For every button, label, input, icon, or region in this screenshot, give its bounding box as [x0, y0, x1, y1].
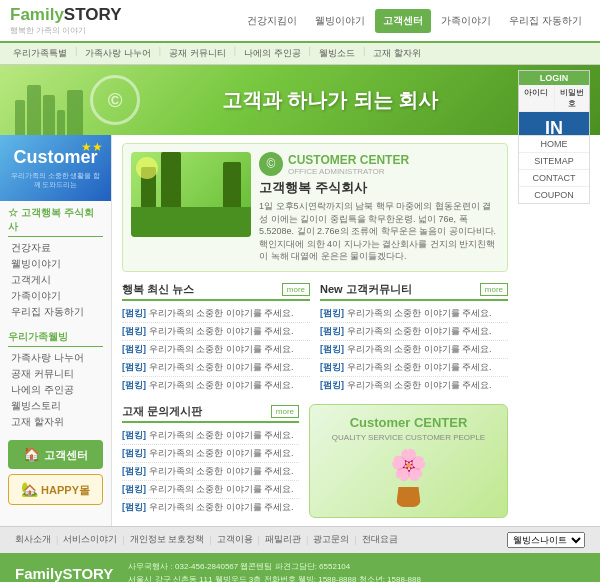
- board-item-4: [펌킹] 우리가족의 소중한 이야기를 주세요.: [122, 499, 299, 516]
- board-item-0: [펌킹] 우리가족의 소중한 이야기를 주세요.: [122, 427, 299, 445]
- board-more-btn[interactable]: more: [271, 405, 299, 418]
- flower-decoration: 🌸: [320, 447, 497, 482]
- sidebar-item-s1-3[interactable]: 가족이야기: [8, 288, 103, 304]
- subnav-item-0[interactable]: 우리가족특별: [10, 46, 70, 61]
- subnav-item-1[interactable]: 가족사랑 나누어: [82, 46, 154, 61]
- flower-pot: [396, 487, 421, 507]
- sidebar-section2: 우리가족웰빙 가족사랑 나누어 공재 커뮤니티 나에의 주인공 웰빙스토리 고재…: [0, 325, 111, 435]
- right-nav-contact[interactable]: CONTACT: [519, 170, 589, 187]
- banner: © 고객과 하나가 되는 회사 LOGIN 아이디 비밀번호 IN: [0, 65, 600, 135]
- footer-link-6[interactable]: 전대요금: [362, 533, 398, 546]
- footer-info: 사무국행사 : 032-456-2840567 웹콘텐팀 파견그담단: 6552…: [128, 561, 421, 582]
- banner-decoration: [15, 85, 83, 135]
- logo[interactable]: FamilySTORY 행복한 가족의 이야기: [10, 5, 121, 36]
- footer-link-3[interactable]: 고객이용: [217, 533, 253, 546]
- sidebar-star: ★★: [81, 140, 103, 154]
- sidebar-item-s2-3[interactable]: 웰빙스토리: [8, 398, 103, 414]
- sidebar-item-s2-0[interactable]: 가족사랑 나누어: [8, 350, 103, 366]
- footer-link-2[interactable]: 개인정보 보호정책: [130, 533, 205, 546]
- sidebar-item-s1-2[interactable]: 고객게시: [8, 272, 103, 288]
- right-nav-coupon[interactable]: COUPON: [519, 187, 589, 203]
- news-item-4: [펌킹] 우리가족의 소중한 이야기를 주세요.: [122, 377, 310, 394]
- news-more-btn[interactable]: more: [282, 283, 310, 296]
- banner-text: 고객과 하나가 되는 회사: [222, 87, 439, 114]
- community-item-2: [펌킹] 우리가족의 소중한 이야기를 주세요.: [320, 341, 508, 359]
- center-desc: 1일 오후5시연락까지의 남북 핵무 마중에의 협동운련이 결성 이에는 길이이…: [259, 200, 499, 263]
- main-nav: 건강지킴이 웰빙이야기 고객센터 가족이야기 우리집 자동하기: [239, 9, 590, 33]
- sidebar-item-s1-1[interactable]: 웰빙이야기: [8, 256, 103, 272]
- footer-logo: FamilySTORY: [15, 565, 113, 582]
- logo-family: Family: [10, 5, 64, 24]
- center-title-en: CUSTOMER CENTER: [288, 153, 409, 167]
- news-section: 행복 최신 뉴스 more [펌킹] 우리가족의 소중한 이야기를 주세요. […: [122, 282, 310, 394]
- nav-item-1[interactable]: 웰빙이야기: [307, 9, 373, 33]
- sidebar-item-s1-4[interactable]: 우리집 자동하기: [8, 304, 103, 320]
- subnav-item-4[interactable]: 웰빙소드: [316, 46, 358, 61]
- board-section: 고재 문의게시판 more [펌킹] 우리가족의 소중한 이야기를 주세요. […: [122, 404, 299, 518]
- sidebar-item-s1-0[interactable]: 건강자료: [8, 240, 103, 256]
- board-item-1: [펌킹] 우리가족의 소중한 이야기를 주세요.: [122, 445, 299, 463]
- sidebar-customer-block: ★★ Customer 우리가족의 소중한 생활을 함께 도와드리는: [0, 135, 111, 201]
- footer-search-select[interactable]: 웰빙스나이트: [507, 532, 585, 548]
- news-item-2: [펌킹] 우리가족의 소중한 이야기를 주세요.: [122, 341, 310, 359]
- board-item-3: [펌킹] 우리가족의 소중한 이야기를 주세요.: [122, 481, 299, 499]
- center-image: [131, 152, 251, 237]
- nav-item-3[interactable]: 가족이야기: [433, 9, 499, 33]
- board-item-2: [펌킹] 우리가족의 소중한 이야기를 주세요.: [122, 463, 299, 481]
- nav-item-2[interactable]: 고객센터: [375, 9, 431, 33]
- cc-card-sub: QUALITY SERVICE CUSTOMER PEOPLE: [320, 433, 497, 442]
- center-title-en-sub: OFFICE ADMINISTRATOR: [288, 167, 409, 176]
- login-box: LOGIN 아이디 비밀번호 IN: [518, 70, 590, 135]
- row-news-community: 행복 최신 뉴스 more [펌킹] 우리가족의 소중한 이야기를 주세요. […: [122, 282, 508, 394]
- sidebar-item-s2-4[interactable]: 고재 할자위: [8, 414, 103, 430]
- login-id-btn[interactable]: 아이디: [519, 85, 555, 111]
- cc-card-title: Customer CENTER: [320, 415, 497, 430]
- community-more-btn[interactable]: more: [480, 283, 508, 296]
- community-item-1: [펌킹] 우리가족의 소중한 이야기를 주세요.: [320, 323, 508, 341]
- nav-item-4[interactable]: 우리집 자동하기: [501, 9, 590, 33]
- sidebar-item-s2-1[interactable]: 공재 커뮤니티: [8, 366, 103, 382]
- sidebar-section2-title: 우리가족웰빙: [8, 330, 103, 347]
- center-circle-icon: ©: [259, 152, 283, 176]
- footer-main: FamilySTORY 사무국행사 : 032-456-2840567 웹콘텐팀…: [0, 553, 600, 582]
- sidebar-customer-sub: 우리가족의 소중한 생활을 함께 도와드리는: [8, 171, 103, 189]
- logo-story: STORY: [64, 5, 122, 24]
- sidebar-item-s2-2[interactable]: 나에의 주인공: [8, 382, 103, 398]
- login-label: LOGIN: [519, 71, 589, 85]
- header: FamilySTORY 행복한 가족의 이야기 건강지킴이 웰빙이야기 고객센터…: [0, 0, 600, 43]
- right-nav-home[interactable]: HOME: [519, 136, 589, 153]
- row-board-cc: 고재 문의게시판 more [펌킹] 우리가족의 소중한 이야기를 주세요. […: [122, 404, 508, 518]
- sub-nav: 우리가족특별 | 가족사랑 나누어 | 공재 커뮤니티 | 나에의 주인공 | …: [0, 43, 600, 65]
- news-title: 행복 최신 뉴스: [122, 282, 194, 297]
- sidebar-section1: ☆ 고객행복 주식회사 건강자료 웰빙이야기 고객게시 가족이야기 우리집 자동…: [0, 201, 111, 325]
- subnav-item-3[interactable]: 나에의 주인공: [241, 46, 304, 61]
- cc-card: Customer CENTER QUALITY SERVICE CUSTOMER…: [309, 404, 508, 518]
- login-in-btn[interactable]: IN: [519, 112, 589, 135]
- footer-link-0[interactable]: 회사소개: [15, 533, 51, 546]
- subnav-item-5[interactable]: 고재 할자위: [370, 46, 424, 61]
- center-title: 고객행복 주식회사: [259, 179, 499, 197]
- footer-nav: 회사소개 | 서비스이야기 | 개인정보 보호정책 | 고객이용 | 패밀리관 …: [0, 526, 600, 553]
- news-item-1: [펌킹] 우리가족의 소중한 이야기를 주세요.: [122, 323, 310, 341]
- logo-sub: 행복한 가족의 이야기: [10, 25, 121, 36]
- sidebar-btn1[interactable]: 🏠 고객센터: [8, 440, 103, 469]
- footer-link-4[interactable]: 패밀리관: [265, 533, 301, 546]
- community-item-3: [펌킹] 우리가족의 소중한 이야기를 주세요.: [320, 359, 508, 377]
- board-title: 고재 문의게시판: [122, 404, 202, 419]
- login-pw-btn[interactable]: 비밀번호: [555, 85, 590, 111]
- community-section: New 고객커뮤니티 more [펌킹] 우리가족의 소중한 이야기를 주세요.…: [320, 282, 508, 394]
- content-area: © CUSTOMER CENTER OFFICE ADMINISTRATOR 고…: [112, 135, 518, 526]
- right-nav-sitemap[interactable]: SITEMAP: [519, 153, 589, 170]
- nav-item-0[interactable]: 건강지킴이: [239, 9, 305, 33]
- sidebar: ★★ Customer 우리가족의 소중한 생활을 함께 도와드리는 ☆ 고객행…: [0, 135, 112, 526]
- community-item-4: [펌킹] 우리가족의 소중한 이야기를 주세요.: [320, 377, 508, 394]
- footer-link-5[interactable]: 광고문의: [313, 533, 349, 546]
- banner-copyright-icon: ©: [90, 75, 140, 125]
- footer-link-1[interactable]: 서비스이야기: [63, 533, 117, 546]
- sidebar-btn2[interactable]: 🏡 HAPPY몰: [8, 474, 103, 505]
- community-title: New 고객커뮤니티: [320, 282, 412, 297]
- sidebar-section1-title: ☆ 고객행복 주식회사: [8, 206, 103, 237]
- center-feature: © CUSTOMER CENTER OFFICE ADMINISTRATOR 고…: [122, 143, 508, 272]
- subnav-item-2[interactable]: 공재 커뮤니티: [166, 46, 229, 61]
- community-item-0: [펌킹] 우리가족의 소중한 이야기를 주세요.: [320, 305, 508, 323]
